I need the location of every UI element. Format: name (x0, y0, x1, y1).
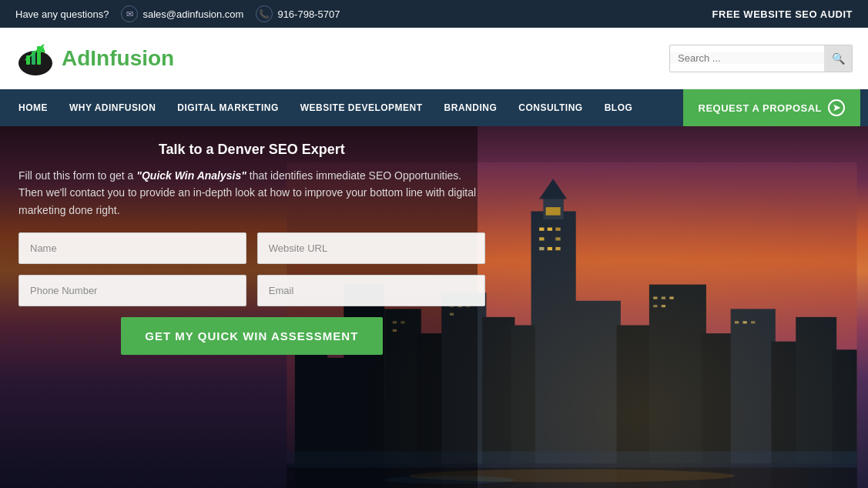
form-row-1 (18, 232, 485, 264)
phone-contact: 📞 916-798-5707 (256, 5, 340, 22)
nav-blog[interactable]: BLOG (594, 89, 644, 126)
email-input[interactable] (257, 275, 485, 306)
svg-rect-48 (743, 321, 747, 323)
form-row-2 (18, 275, 485, 306)
svg-rect-32 (539, 247, 544, 250)
phone-icon: 📞 (256, 5, 273, 22)
main-nav: HOME WHY ADINFUSION DIGITAL MARKETING WE… (0, 89, 868, 126)
website-input[interactable] (257, 232, 485, 264)
search-input[interactable] (670, 52, 824, 64)
hero-desc-part1: Fill out this form to get a (18, 169, 136, 182)
svg-rect-10 (531, 211, 576, 488)
hero-section: Talk to a Denver SEO Expert Fill out thi… (0, 126, 868, 488)
svg-rect-13 (546, 207, 561, 216)
question-text: Have any questions? (15, 8, 109, 20)
svg-rect-44 (669, 296, 673, 299)
hero-content: Talk to a Denver SEO Expert Fill out thi… (0, 126, 504, 488)
svg-rect-49 (751, 321, 755, 323)
seo-audit-link[interactable]: FREE WEBSITE SEO AUDIT (712, 8, 853, 20)
email-contact: ✉ sales@adinfusion.com (121, 5, 243, 22)
nav-branding[interactable]: BRANDING (434, 89, 508, 126)
phone-input[interactable] (18, 275, 246, 306)
contact-info: Have any questions? ✉ sales@adinfusion.c… (15, 5, 712, 22)
email-icon: ✉ (121, 5, 138, 22)
cta-arrow-icon: ➤ (828, 99, 845, 116)
header: AdInfusion 🔍 (0, 28, 868, 89)
svg-rect-42 (653, 296, 657, 299)
logo-infusion: Infusion (90, 46, 174, 70)
nav-consulting[interactable]: CONSULTING (508, 89, 593, 126)
hero-description: Fill out this form to get a "Quick Win A… (18, 167, 485, 219)
email-address: sales@adinfusion.com (142, 8, 243, 20)
logo-icon (15, 38, 55, 79)
hero-title: Talk to a Denver SEO Expert (18, 142, 485, 158)
submit-button[interactable]: GET MY QUICK WIN ASSESSMENT (121, 317, 383, 355)
phone-number-top: 916-798-5707 (277, 8, 340, 20)
svg-rect-29 (555, 228, 560, 231)
top-bar: Have any questions? ✉ sales@adinfusion.c… (0, 0, 868, 28)
request-proposal-button[interactable]: REQUEST A PROPOSAL ➤ (683, 89, 860, 126)
search-button[interactable]: 🔍 (824, 45, 852, 72)
hero-desc-bold: "Quick Win Analysis" (136, 169, 246, 182)
logo-ad: Ad (62, 46, 90, 70)
nav-website-development[interactable]: WEBSITE DEVELOPMENT (290, 89, 434, 126)
nav-home[interactable]: HOME (8, 89, 59, 126)
svg-rect-46 (662, 305, 665, 307)
svg-rect-33 (548, 247, 552, 250)
svg-rect-27 (539, 228, 544, 231)
logo-text: AdInfusion (62, 46, 174, 71)
svg-rect-47 (735, 321, 739, 323)
nav-digital-marketing[interactable]: DIGITAL MARKETING (166, 89, 289, 126)
search-box[interactable]: 🔍 (669, 45, 853, 72)
logo[interactable]: AdInfusion (15, 38, 669, 79)
name-input[interactable] (18, 232, 246, 264)
svg-rect-30 (539, 237, 544, 240)
svg-rect-34 (555, 247, 560, 250)
svg-rect-45 (653, 305, 657, 307)
svg-rect-43 (662, 296, 665, 299)
svg-rect-28 (548, 228, 552, 231)
nav-why-adinfusion[interactable]: WHY ADINFUSION (59, 89, 166, 126)
svg-rect-31 (555, 237, 560, 240)
cta-label: REQUEST A PROPOSAL (699, 102, 822, 114)
